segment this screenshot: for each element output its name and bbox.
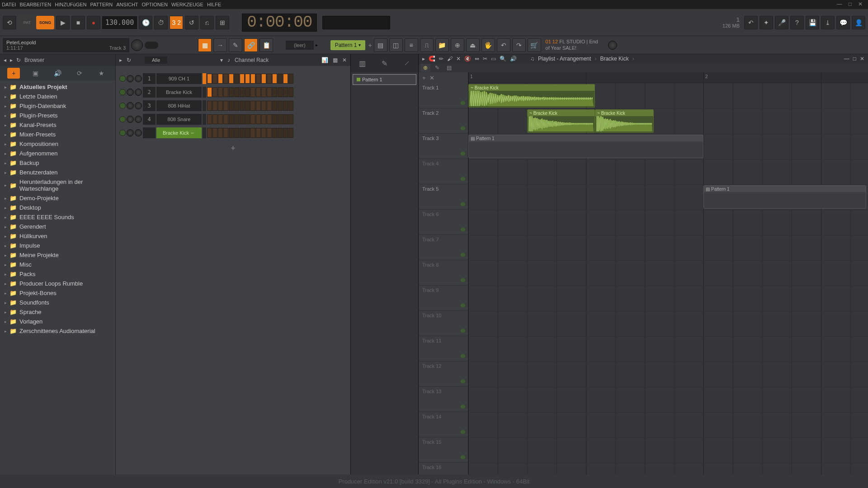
expand-icon[interactable]: ▸ [5,234,7,239]
step-icon[interactable]: ⊞ [216,16,229,29]
expand-icon[interactable]: ▸ [5,132,7,137]
track-header[interactable]: Track 3 [419,134,468,159]
track-mute-led[interactable] [461,126,465,131]
step-cell[interactable] [240,87,245,97]
step-cell[interactable] [229,101,234,111]
channel-vol-knob[interactable] [135,129,142,136]
tree-item[interactable]: ▸📁Backup [1,158,114,168]
playlist-button[interactable]: ▦ [198,38,212,52]
expand-icon[interactable]: ▸ [5,142,7,146]
step-cell[interactable] [283,101,288,111]
track-header[interactable]: Track 13 [419,387,468,412]
expand-icon[interactable]: ▸ [5,151,7,156]
tempo-display[interactable]: 130.000 [102,16,137,29]
track-header[interactable]: Track 4 [419,159,468,184]
step-cell[interactable] [267,74,272,84]
step-cell[interactable] [212,87,217,97]
step-cell[interactable] [272,128,277,138]
expand-icon[interactable]: ▸ [5,310,7,314]
maximize-icon[interactable]: □ [849,1,852,7]
browser-add-icon[interactable]: + [7,68,20,79]
step-cell[interactable] [223,101,228,111]
menu-datei[interactable]: DATEI [2,2,16,7]
track-header[interactable]: Track 2 [419,108,468,134]
audio-clip[interactable]: ~Bracke Kick [527,109,595,133]
expand-icon[interactable]: ▸ [5,94,7,99]
tree-item[interactable]: ▸📁Plugin-Presets [1,111,114,120]
browser-options-icon[interactable]: ▸ [10,57,13,63]
step-cell[interactable] [261,128,266,138]
channel-name[interactable]: Bracke Kick [156,87,202,98]
step-cell[interactable] [223,87,228,97]
playlist-tool-select-icon[interactable]: ▭ [491,56,496,62]
step-cell[interactable] [288,74,293,84]
step-cell[interactable] [240,74,245,84]
step-cell[interactable] [212,101,217,111]
view-pianoroll-icon[interactable]: ◫ [389,38,403,52]
tree-item[interactable]: ▸📁Letzte Dateien [1,92,114,101]
step-cell[interactable] [245,114,250,124]
step-cell[interactable] [261,114,266,124]
step-cell[interactable] [223,128,228,138]
step-cell[interactable] [278,101,283,111]
step-cell[interactable] [250,74,255,84]
feedback-icon[interactable]: 💬 [836,16,850,29]
step-cell[interactable] [207,101,212,111]
browser-button[interactable]: 📋 [259,38,273,52]
tree-item[interactable]: ▸📁Producer Loops Rumble [1,279,114,288]
account-icon[interactable]: 👤 [852,16,865,29]
expand-icon[interactable]: ▸ [5,225,7,229]
expand-icon[interactable]: ▸ [5,282,7,286]
track-header[interactable]: Track 7 [419,235,468,260]
expand-icon[interactable]: ▸ [5,104,7,108]
channel-select[interactable] [203,73,206,84]
step-cell[interactable] [272,87,277,97]
expand-icon[interactable]: ▸ [5,206,7,210]
pattern-clip[interactable]: ▤Pattern 1 [703,185,866,209]
playlist-tool-playback-icon[interactable]: 🔊 [510,56,517,62]
browser-tree[interactable]: ▸📁Aktuelles Projekt▸📁Letzte Dateien▸📁Plu… [0,80,115,476]
channel-vol-knob[interactable] [135,75,142,82]
playlist-menu-icon[interactable]: ▸ [422,56,425,62]
playlist-arrangement-icon[interactable]: ♫ [530,56,534,62]
pattern-picker-item[interactable]: Pattern 1 [353,74,416,85]
playlist-tool-paint-icon[interactable]: 🖌 [447,56,453,62]
sync-icon[interactable]: ⟲ [3,16,16,29]
playlist-tool-mute-icon[interactable]: 🔇 [464,56,471,62]
tree-item[interactable]: ▸📁Aufgenommen [1,149,114,158]
channel-number[interactable]: 1 [143,73,156,84]
tree-item[interactable]: ▸📁Vorlagen [1,317,114,326]
channel-pan-knob[interactable] [127,75,134,82]
step-cell[interactable] [250,101,255,111]
tree-item[interactable]: ▸📁Projekt-Bones [1,288,114,298]
tree-item[interactable]: ▸📁Soundfonts [1,298,114,307]
track-header[interactable]: Track 10 [419,311,468,336]
tree-item[interactable]: ▸📁Benutzerdaten [1,168,114,177]
tree-item[interactable]: ▸📁Meine Projekte [1,250,114,260]
channel-pan-knob[interactable] [127,102,134,109]
channel-select[interactable] [203,100,206,111]
picker-mode2-icon[interactable]: ✎ [382,59,387,68]
tree-item[interactable]: ▸📁Sprache [1,307,114,317]
menu-bearbeiten[interactable]: BEARBEITEN [20,2,52,7]
tree-item[interactable]: ▸📁Plugin-Datenbank [1,101,114,111]
step-cell[interactable] [256,128,261,138]
track-mute-led[interactable] [461,101,465,105]
snap-dropdown-icon[interactable]: ▸ [316,42,318,47]
rack-options-icon[interactable]: ▾ [220,57,223,63]
step-cell[interactable] [240,101,245,111]
rack-play-icon[interactable]: ▸ [119,57,122,63]
channel-pan-knob[interactable] [127,116,134,123]
step-cell[interactable] [245,128,250,138]
track-header[interactable]: Track 6 [419,210,468,235]
step-cell[interactable] [218,74,223,84]
channel-select[interactable] [203,127,206,138]
undo-history-icon[interactable]: ↶ [744,16,758,29]
play-icon[interactable]: ▶ [56,16,70,29]
track-header[interactable]: Track 1 [419,83,468,108]
tree-item[interactable]: ▸📁Kanal-Presets [1,120,114,130]
view-mixer-icon[interactable]: ⎍ [420,38,434,52]
expand-icon[interactable]: ▸ [5,183,7,188]
tempo-tapper-icon[interactable]: ⏏ [466,38,480,52]
step-cell[interactable] [267,128,272,138]
